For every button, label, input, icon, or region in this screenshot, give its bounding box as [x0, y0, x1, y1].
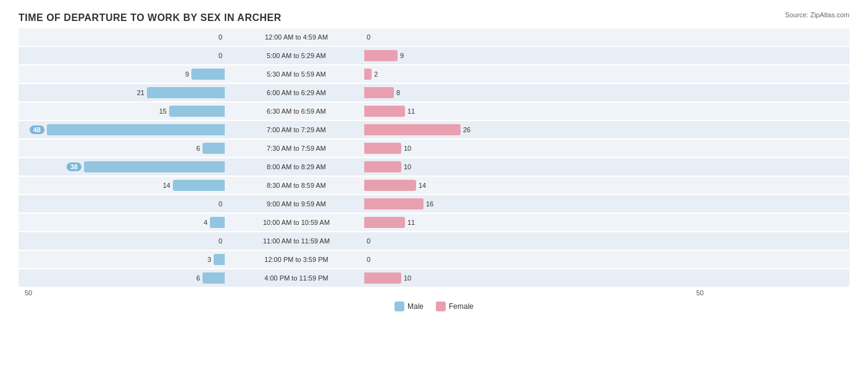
female-value: 0 — [367, 33, 380, 41]
chart-row: 6 7:30 AM to 7:59 AM 10 — [19, 140, 849, 157]
male-bar — [169, 106, 225, 117]
chart-row: 38 8:00 AM to 8:29 AM 10 — [19, 158, 849, 175]
legend-female: Female — [436, 302, 474, 311]
male-bar — [214, 254, 225, 265]
male-bar — [202, 272, 225, 284]
male-value: 6 — [186, 274, 200, 282]
time-label: 10:00 AM to 10:59 AM — [228, 219, 364, 226]
male-value: 38 — [67, 162, 81, 171]
male-bar-container: 38 — [19, 161, 225, 172]
male-value: 14 — [157, 182, 170, 189]
male-bar — [147, 87, 225, 98]
female-bar — [364, 180, 416, 191]
chart-row: 0 11:00 AM to 11:59 AM 0 — [19, 232, 849, 250]
legend-female-label: Female — [449, 302, 474, 311]
chart-container: TIME OF DEPARTURE TO WORK BY SEX IN ARCH… — [0, 0, 868, 367]
row-right: 8 — [364, 87, 574, 98]
female-bar — [364, 198, 424, 209]
legend-male: Male — [394, 302, 424, 311]
female-value: 9 — [400, 52, 414, 59]
time-label: 6:00 AM to 6:29 AM — [228, 89, 364, 96]
female-value: 8 — [396, 89, 410, 96]
time-label: 9:00 AM to 9:59 AM — [228, 200, 364, 208]
axis-row: 50 50 — [19, 289, 849, 297]
female-value: 14 — [419, 182, 432, 189]
legend: Male Female — [19, 302, 849, 311]
chart-row: 6 4:00 PM to 11:59 PM 10 — [19, 269, 849, 287]
chart-row: 4 10:00 AM to 10:59 AM 11 — [19, 214, 849, 231]
male-value: 6 — [186, 145, 200, 152]
axis-left: 50 — [19, 289, 228, 297]
row-left: 14 — [19, 180, 228, 191]
male-bar — [202, 143, 225, 154]
female-bar — [364, 217, 405, 228]
row-right: 0 — [364, 235, 574, 247]
chart-row: 0 9:00 AM to 9:59 AM 16 — [19, 195, 849, 213]
female-bar — [364, 69, 372, 80]
male-bar — [210, 217, 225, 228]
female-value: 2 — [374, 70, 388, 78]
legend-female-box — [436, 302, 446, 311]
male-bar-container: 14 — [19, 180, 225, 191]
female-bar — [364, 50, 398, 61]
chart-row: 48 7:00 AM to 7:29 AM 26 — [19, 121, 849, 138]
chart-row: 0 5:00 AM to 5:29 AM 9 — [19, 47, 849, 64]
male-value: 0 — [209, 52, 222, 59]
female-value: 10 — [404, 145, 417, 152]
male-bar — [173, 180, 225, 191]
female-value: 11 — [407, 108, 421, 115]
male-bar-container: 0 — [19, 32, 225, 43]
row-left: 0 — [19, 32, 228, 43]
row-right: 16 — [364, 198, 574, 209]
male-bar-container: 0 — [19, 235, 225, 247]
axis-label-50-right: 50 — [696, 289, 704, 297]
row-right: 2 — [364, 69, 574, 80]
row-right: 14 — [364, 180, 574, 191]
chart-row: 9 5:30 AM to 5:59 AM 2 — [19, 65, 849, 83]
male-value: 0 — [209, 200, 222, 208]
row-left: 4 — [19, 217, 228, 228]
male-value: 48 — [30, 125, 44, 134]
male-bar-container: 6 — [19, 272, 225, 284]
male-bar-container: 15 — [19, 106, 225, 117]
male-value: 15 — [153, 108, 167, 115]
row-left: 9 — [19, 69, 228, 80]
row-left: 6 — [19, 143, 228, 154]
male-value: 3 — [198, 256, 211, 263]
chart-area: 0 12:00 AM to 4:59 AM 0 0 5:00 AM to 5:2… — [19, 28, 849, 287]
row-right: 26 — [364, 124, 574, 135]
female-value: 0 — [367, 237, 380, 245]
row-right: 10 — [364, 161, 574, 172]
row-left: 3 — [19, 254, 228, 265]
male-value: 9 — [175, 70, 189, 78]
female-value: 16 — [426, 200, 440, 208]
legend-male-box — [394, 302, 404, 311]
chart-row: 21 6:00 AM to 6:29 AM 8 — [19, 84, 849, 101]
time-label: 12:00 AM to 4:59 AM — [228, 33, 364, 41]
male-value: 0 — [209, 33, 222, 41]
chart-row: 15 6:30 AM to 6:59 AM 11 — [19, 103, 849, 120]
female-value: 0 — [367, 256, 380, 263]
male-bar-container: 3 — [19, 254, 225, 265]
female-value: 10 — [404, 274, 417, 282]
male-bar — [84, 161, 225, 172]
chart-row: 14 8:30 AM to 8:59 AM 14 — [19, 177, 849, 194]
time-label: 7:00 AM to 7:29 AM — [228, 126, 364, 133]
row-left: 6 — [19, 272, 228, 284]
row-right: 10 — [364, 272, 574, 284]
row-right: 10 — [364, 143, 574, 154]
row-left: 21 — [19, 87, 228, 98]
row-left: 0 — [19, 235, 228, 247]
row-left: 48 — [19, 124, 228, 135]
female-value: 10 — [404, 163, 417, 171]
axis-right: 50 — [500, 289, 710, 297]
time-label: 6:30 AM to 6:59 AM — [228, 108, 364, 115]
time-label: 11:00 AM to 11:59 AM — [228, 237, 364, 245]
male-bar-container: 0 — [19, 50, 225, 61]
male-bar-container: 21 — [19, 87, 225, 98]
female-bar — [364, 161, 401, 172]
row-left: 15 — [19, 106, 228, 117]
female-bar — [364, 143, 401, 154]
row-right: 0 — [364, 32, 574, 43]
legend-male-label: Male — [407, 302, 424, 311]
